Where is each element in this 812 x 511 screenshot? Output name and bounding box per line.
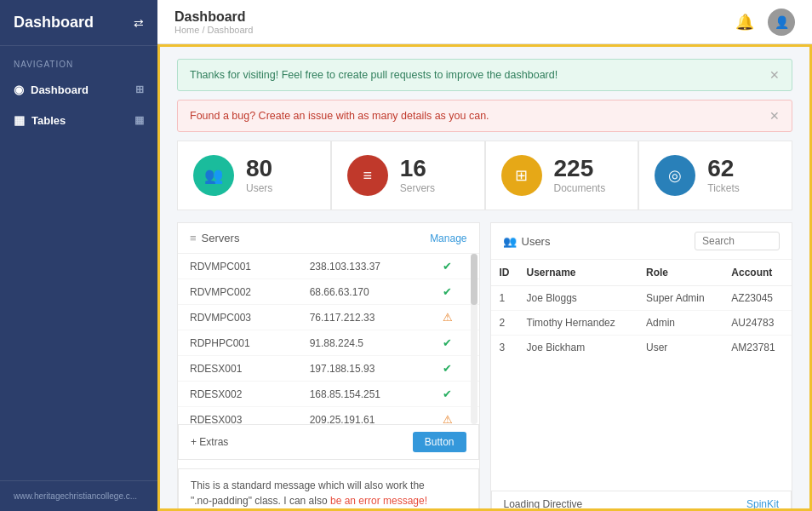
main-content: Dashboard Home / Dashboard 🔔 👤 Thanks fo… xyxy=(157,0,812,511)
server-ip: 76.117.212.33 xyxy=(298,305,432,330)
tickets-stat-icon: ◎ xyxy=(655,155,695,196)
bell-icon[interactable]: 🔔 xyxy=(735,13,754,32)
alert-danger: Found a bug? Create an issue with as man… xyxy=(177,100,792,132)
tickets-count: 62 xyxy=(707,157,740,181)
dashboard-side-icon: ⊞ xyxy=(135,83,144,95)
col-id: ID xyxy=(491,260,518,286)
page-title: Dashboard xyxy=(174,9,253,25)
table-row: RDESX001197.188.15.93✔ xyxy=(178,356,479,382)
sidebar-item-tables-label: Tables xyxy=(31,114,66,127)
sidebar-title: Dashboard xyxy=(14,14,94,32)
topbar: Dashboard Home / Dashboard 🔔 👤 xyxy=(157,0,812,44)
alert-danger-text: Found a bug? Create an issue with as man… xyxy=(190,110,489,122)
server-name: RDVMPC002 xyxy=(178,279,298,305)
server-ip: 68.66.63.170 xyxy=(298,279,432,305)
tables-side-icon: ▦ xyxy=(134,114,144,126)
message-panel: This is a standard message which will al… xyxy=(178,468,479,511)
users-panel-icon: 👥 xyxy=(503,235,517,248)
sidebar-item-dashboard-label: Dashboard xyxy=(31,83,89,96)
manage-link[interactable]: Manage xyxy=(430,233,466,244)
exchange-icon[interactable] xyxy=(134,16,144,30)
table-row: RDESX003209.25.191.61⚠ xyxy=(178,407,479,425)
user-id: 3 xyxy=(491,336,518,360)
topbar-left: Dashboard Home / Dashboard xyxy=(174,9,253,35)
status-ok-icon: ✔ xyxy=(443,362,452,375)
stat-card-users: 👥 80 Users xyxy=(177,141,331,210)
two-col-layout: ≡ Servers Manage RDVMPC001238.103.133.37… xyxy=(177,222,792,511)
server-ip: 209.25.191.61 xyxy=(298,407,432,425)
servers-panel: ≡ Servers Manage RDVMPC001238.103.133.37… xyxy=(177,222,480,511)
alert-success-close[interactable]: ✕ xyxy=(769,68,780,82)
table-row: 2Timothy HernandezAdminAU24783 xyxy=(491,311,792,336)
stat-card-servers: ≡ 16 Servers xyxy=(331,141,485,210)
server-ip: 168.85.154.251 xyxy=(298,382,432,407)
table-row: RDVMPC001238.103.133.37✔ xyxy=(178,254,479,279)
user-username: Joe Bickham xyxy=(518,336,638,360)
server-name: RDPHPC001 xyxy=(178,330,298,356)
alert-danger-close[interactable]: ✕ xyxy=(769,109,780,123)
stat-card-tickets: ◎ 62 Tickets xyxy=(638,141,792,210)
table-row: RDVMPC00376.117.212.33⚠ xyxy=(178,305,479,330)
extras-link[interactable]: + Extras xyxy=(191,436,228,448)
user-account: AU24783 xyxy=(723,311,792,336)
user-account: AZ23045 xyxy=(723,286,792,311)
server-name: RDESX001 xyxy=(178,356,298,382)
alert-success: Thanks for visiting! Feel free to create… xyxy=(177,59,792,91)
server-ip: 238.103.133.37 xyxy=(298,254,432,279)
table-row: RDVMPC00268.66.63.170✔ xyxy=(178,279,479,305)
servers-table: RDVMPC001238.103.133.37✔RDVMPC00268.66.6… xyxy=(178,254,479,424)
users-label: Users xyxy=(246,182,272,194)
scrollbar-track[interactable] xyxy=(471,254,477,424)
users-panel-header: 👥 Users xyxy=(491,223,792,260)
button-action[interactable]: Button xyxy=(413,432,466,452)
servers-count: 16 xyxy=(400,157,435,181)
table-row: RDESX002168.85.154.251✔ xyxy=(178,382,479,407)
breadcrumb: Home / Dashboard xyxy=(174,25,253,35)
table-row: 1Joe BloggsSuper AdminAZ23045 xyxy=(491,286,792,311)
user-username: Timothy Hernandez xyxy=(518,311,638,336)
table-row: RDPHPC00191.88.224.5✔ xyxy=(178,330,479,356)
servers-panel-header: ≡ Servers Manage xyxy=(178,223,479,254)
stat-card-documents: ⊞ 225 Documents xyxy=(485,141,639,210)
error-link: be an error message! xyxy=(330,495,427,507)
users-panel-title: 👥 Users xyxy=(503,235,551,248)
status-warn-icon: ⚠ xyxy=(443,311,453,324)
users-count: 80 xyxy=(246,157,272,181)
server-name: RDVMPC001 xyxy=(178,254,298,279)
user-role: Super Admin xyxy=(638,286,723,311)
status-ok-icon: ✔ xyxy=(443,260,452,273)
user-username: Joe Bloggs xyxy=(518,286,638,311)
spinkit-link[interactable]: SpinKit xyxy=(746,498,779,510)
sidebar-item-dashboard[interactable]: Dashboard ⊞ xyxy=(0,74,157,105)
users-panel: 👥 Users ID Username Role Account xyxy=(490,222,793,511)
scrollbar-thumb[interactable] xyxy=(471,254,477,305)
user-avatar[interactable]: 👤 xyxy=(768,9,795,36)
server-name: RDESX002 xyxy=(178,382,298,407)
status-warn-icon: ⚠ xyxy=(443,413,453,424)
server-name: RDVMPC003 xyxy=(178,305,298,330)
documents-label: Documents xyxy=(554,182,606,194)
stats-row: 👥 80 Users ≡ 16 Servers ⊞ 225 Documents xyxy=(177,141,792,210)
server-ip: 91.88.224.5 xyxy=(298,330,432,356)
status-ok-icon: ✔ xyxy=(443,388,452,400)
tables-icon xyxy=(14,113,25,127)
content-area: Thanks for visiting! Feel free to create… xyxy=(157,44,812,511)
documents-stat-icon: ⊞ xyxy=(501,155,542,196)
sidebar-item-tables[interactable]: Tables ▦ xyxy=(0,105,157,135)
col-role: Role xyxy=(638,260,723,286)
loading-bar: Loading Directive SpinKit xyxy=(491,491,792,511)
documents-count: 225 xyxy=(554,157,606,181)
users-table: ID Username Role Account 1Joe BloggsSupe… xyxy=(491,260,792,359)
users-stat-icon: 👥 xyxy=(193,155,234,196)
user-id: 1 xyxy=(491,286,518,311)
user-role: User xyxy=(638,336,723,360)
servers-panel-title: ≡ Servers xyxy=(190,232,239,244)
sidebar-nav-label: NAVIGATION xyxy=(0,46,157,74)
user-account: AM23781 xyxy=(723,336,792,360)
sidebar-header: Dashboard xyxy=(0,0,157,46)
sidebar-footer: www.heritagechristiancollege.c... xyxy=(0,480,157,511)
servers-panel-icon: ≡ xyxy=(190,232,197,244)
tickets-label: Tickets xyxy=(707,182,740,194)
table-row: 3Joe BickhamUserAM23781 xyxy=(491,336,792,360)
search-input[interactable] xyxy=(695,232,780,250)
